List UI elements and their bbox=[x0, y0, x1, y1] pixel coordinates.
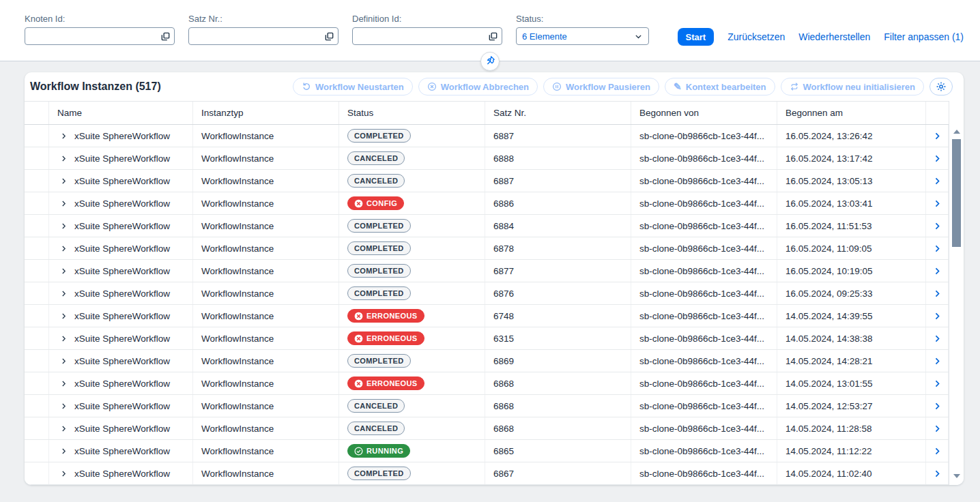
table-row[interactable]: xSuite SphereWorkflow WorkflowInstance C… bbox=[25, 237, 949, 260]
row-selector-cell[interactable] bbox=[25, 260, 49, 282]
definition-id-input[interactable] bbox=[353, 28, 484, 44]
row-navigate-button[interactable] bbox=[926, 305, 949, 327]
table-row[interactable]: xSuite SphereWorkflow WorkflowInstance C… bbox=[25, 417, 949, 440]
cell-begonnen-von: sb-clone-0b9866cb-1ce3-44f... bbox=[631, 282, 777, 304]
row-navigate-button[interactable] bbox=[926, 192, 949, 214]
scrollbar-thumb[interactable] bbox=[952, 139, 961, 247]
table-row[interactable]: xSuite SphereWorkflow WorkflowInstance C… bbox=[25, 462, 949, 485]
row-navigate-button[interactable] bbox=[926, 395, 949, 417]
column-header-begonnen-von[interactable]: Begonnen von bbox=[631, 102, 777, 124]
row-navigate-button[interactable] bbox=[926, 282, 949, 304]
scroll-up-icon[interactable] bbox=[953, 130, 960, 134]
column-header-begonnen-am[interactable]: Begonnen am bbox=[777, 102, 926, 124]
value-help-icon[interactable] bbox=[484, 28, 502, 44]
row-navigate-button[interactable] bbox=[926, 462, 949, 484]
row-selector-cell[interactable] bbox=[25, 305, 49, 327]
expand-chevron-icon[interactable] bbox=[60, 132, 68, 140]
table-row[interactable]: xSuite SphereWorkflow WorkflowInstance C… bbox=[25, 395, 949, 417]
row-navigate-button[interactable] bbox=[926, 372, 949, 394]
row-navigate-button[interactable] bbox=[926, 170, 949, 192]
start-button[interactable]: Start bbox=[678, 28, 715, 46]
adapt-filters-link[interactable]: Filter anpassen (1) bbox=[884, 31, 964, 42]
status-select[interactable]: 6 Elemente bbox=[516, 27, 649, 45]
table-scrollbar[interactable] bbox=[949, 101, 964, 485]
expand-chevron-icon[interactable] bbox=[60, 357, 68, 365]
expand-chevron-icon[interactable] bbox=[60, 245, 68, 252]
row-navigate-button[interactable] bbox=[926, 350, 949, 372]
table-row[interactable]: xSuite SphereWorkflow WorkflowInstance C… bbox=[25, 125, 949, 147]
row-selector-cell[interactable] bbox=[25, 125, 49, 147]
table-row[interactable]: xSuite SphereWorkflow WorkflowInstance C… bbox=[25, 282, 949, 305]
scroll-down-icon[interactable] bbox=[953, 474, 960, 478]
table-row[interactable]: xSuite SphereWorkflow WorkflowInstance R… bbox=[25, 440, 949, 462]
row-selector-cell[interactable] bbox=[25, 327, 49, 349]
row-selector-cell[interactable] bbox=[25, 147, 49, 169]
table-row[interactable]: xSuite SphereWorkflow WorkflowInstance C… bbox=[25, 215, 949, 237]
cell-begonnen-am: 16.05.2024, 13:17:42 bbox=[777, 147, 926, 169]
table-row[interactable]: xSuite SphereWorkflow WorkflowInstance C… bbox=[25, 192, 949, 215]
value-help-icon[interactable] bbox=[156, 28, 174, 44]
row-navigate-button[interactable] bbox=[926, 440, 949, 462]
cell-satz-nr: 6888 bbox=[485, 147, 631, 169]
row-selector-cell[interactable] bbox=[25, 237, 49, 259]
row-selector-cell[interactable] bbox=[25, 440, 49, 462]
row-selector-cell[interactable] bbox=[25, 417, 49, 439]
row-navigate-button[interactable] bbox=[926, 327, 949, 349]
table-row[interactable]: xSuite SphereWorkflow WorkflowInstance C… bbox=[25, 147, 949, 170]
row-selector-cell[interactable] bbox=[25, 462, 49, 484]
row-navigate-button[interactable] bbox=[926, 417, 949, 439]
expand-chevron-icon[interactable] bbox=[60, 335, 68, 342]
error-icon bbox=[354, 334, 363, 343]
satz-nr-input[interactable] bbox=[189, 28, 320, 44]
expand-chevron-icon[interactable] bbox=[60, 177, 68, 185]
expand-chevron-icon[interactable] bbox=[60, 200, 68, 207]
expand-chevron-icon[interactable] bbox=[60, 470, 68, 477]
workflow-restart-button[interactable]: Workflow Neustarten bbox=[293, 78, 413, 95]
pin-filter-bar-button[interactable] bbox=[480, 52, 500, 71]
expand-chevron-icon[interactable] bbox=[60, 155, 68, 162]
row-navigate-button[interactable] bbox=[926, 237, 949, 259]
restore-link[interactable]: Wiederherstellen bbox=[798, 31, 870, 42]
row-selector-cell[interactable] bbox=[25, 170, 49, 192]
table-row[interactable]: xSuite SphereWorkflow WorkflowInstance C… bbox=[25, 260, 949, 282]
column-header-status[interactable]: Status bbox=[339, 102, 485, 124]
expand-chevron-icon[interactable] bbox=[60, 290, 68, 297]
row-selector-cell[interactable] bbox=[25, 372, 49, 394]
table-row[interactable]: xSuite SphereWorkflow WorkflowInstance E… bbox=[25, 372, 949, 395]
row-selector-cell[interactable] bbox=[25, 192, 49, 214]
table-row[interactable]: xSuite SphereWorkflow WorkflowInstance E… bbox=[25, 327, 949, 350]
table-settings-button[interactable] bbox=[929, 78, 953, 95]
row-navigate-button[interactable] bbox=[926, 215, 949, 237]
workflow-reinitialize-button[interactable]: Workflow neu initialisieren bbox=[781, 78, 924, 95]
column-header-satz-nr[interactable]: Satz Nr. bbox=[485, 102, 631, 124]
cell-begonnen-von: sb-clone-0b9866cb-1ce3-44f... bbox=[631, 260, 777, 282]
knoten-id-input[interactable] bbox=[25, 28, 156, 44]
expand-chevron-icon[interactable] bbox=[60, 402, 68, 410]
cell-name: xSuite SphereWorkflow bbox=[49, 372, 193, 394]
row-selector-cell[interactable] bbox=[25, 215, 49, 237]
row-navigate-button[interactable] bbox=[926, 125, 949, 147]
workflow-pause-button[interactable]: Workflow Pausieren bbox=[543, 78, 659, 95]
column-header-instanztyp[interactable]: Instanztyp bbox=[193, 102, 339, 124]
expand-chevron-icon[interactable] bbox=[60, 222, 68, 230]
column-header-name[interactable]: Name bbox=[49, 102, 193, 124]
value-help-icon[interactable] bbox=[320, 28, 338, 44]
status-badge: COMPLETED bbox=[347, 286, 411, 300]
row-navigate-button[interactable] bbox=[926, 260, 949, 282]
row-selector-cell[interactable] bbox=[25, 395, 49, 417]
expand-chevron-icon[interactable] bbox=[60, 267, 68, 275]
row-selector-cell[interactable] bbox=[25, 282, 49, 304]
expand-chevron-icon[interactable] bbox=[60, 447, 68, 455]
row-navigate-button[interactable] bbox=[926, 147, 949, 169]
expand-chevron-icon[interactable] bbox=[60, 312, 68, 320]
table-row[interactable]: xSuite SphereWorkflow WorkflowInstance C… bbox=[25, 350, 949, 372]
edit-context-button[interactable]: ✎ Kontext bearbeiten bbox=[665, 78, 775, 95]
row-selector-cell[interactable] bbox=[25, 350, 49, 372]
reset-link[interactable]: Zurücksetzen bbox=[727, 31, 785, 42]
expand-chevron-icon[interactable] bbox=[60, 380, 68, 387]
expand-chevron-icon[interactable] bbox=[60, 425, 68, 432]
table-row[interactable]: xSuite SphereWorkflow WorkflowInstance C… bbox=[25, 170, 949, 192]
table-row[interactable]: xSuite SphereWorkflow WorkflowInstance E… bbox=[25, 305, 949, 327]
workflow-abort-button[interactable]: Workflow Abbrechen bbox=[418, 78, 538, 95]
chevron-right-icon bbox=[933, 177, 942, 186]
